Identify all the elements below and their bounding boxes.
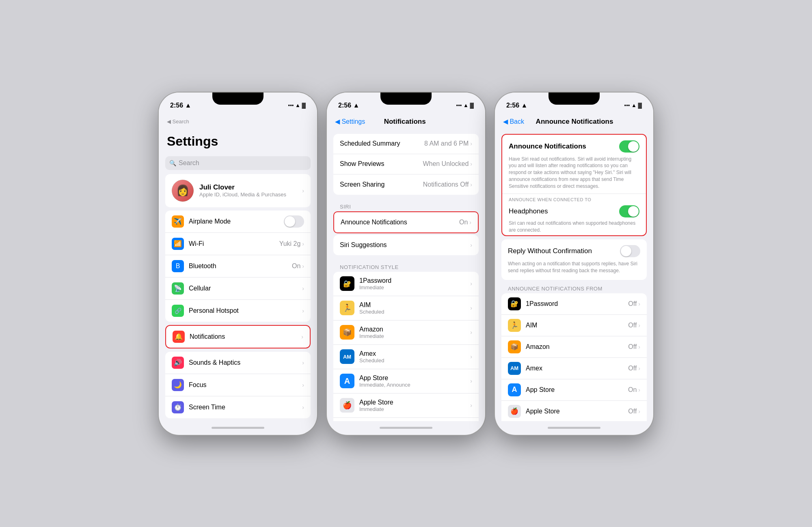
amazon-chevron: ›: [470, 329, 472, 336]
cellular-chevron: ›: [302, 285, 304, 292]
amex-chevron: ›: [470, 353, 472, 360]
notif-top-group: Scheduled Summary 8 AM and 6 PM › Show P…: [333, 134, 479, 195]
notif-style-header: NOTIFICATION STYLE: [327, 258, 485, 272]
from-row-1password[interactable]: 🔐 1Password Off ›: [501, 293, 647, 315]
row-hotspot[interactable]: 🔗 Personal Hotspot ›: [165, 300, 311, 322]
from-row-appstore[interactable]: A App Store On ›: [501, 379, 647, 401]
row-wifi[interactable]: 📶 Wi-Fi Yuki 2g ›: [165, 233, 311, 255]
scheduled-summary-value: 8 AM and 6 PM: [424, 140, 469, 147]
row-cellular[interactable]: 📡 Cellular ›: [165, 277, 311, 300]
row-show-previews[interactable]: Show Previews When Unlocked ›: [333, 154, 479, 174]
wifi-value: Yuki 2g: [279, 240, 300, 247]
notch-2: [380, 92, 432, 105]
row-focus[interactable]: 🌙 Focus ›: [165, 374, 311, 396]
applestore-chevron: ›: [470, 402, 472, 409]
nav-bar-3: ◀ Back Announce Notifications: [495, 113, 653, 131]
from-row-applestore[interactable]: 🍎 Apple Store Off ›: [501, 401, 647, 421]
nav-back-3[interactable]: ◀ Back: [503, 118, 524, 125]
sounds-icon: 🔊: [172, 357, 184, 369]
notifications-highlighted-group: 🔔 Notifications ›: [165, 325, 311, 348]
row-sounds[interactable]: 🔊 Sounds & Haptics ›: [165, 352, 311, 374]
home-bar-1: [212, 427, 264, 429]
home-indicator-2: [327, 421, 485, 435]
announce-main-toggle[interactable]: [619, 140, 639, 153]
from-1password-label: 1Password: [526, 300, 623, 308]
announce-notif-value: On: [459, 219, 468, 226]
from-1password-right: Off ›: [628, 300, 640, 308]
row-siri-suggestions[interactable]: Siri Suggestions ›: [333, 235, 479, 255]
nav-back-2[interactable]: ◀ Settings: [335, 118, 365, 125]
phone-settings: 2:56 ▲ ▪▪▪ ▲ ▓ ◀ Search Settings 🔍 Searc…: [159, 92, 317, 435]
row-bluetooth[interactable]: B Bluetooth On ›: [165, 255, 311, 277]
amazon-icon: 📦: [340, 325, 354, 340]
headphones-row: Headphones: [509, 205, 639, 217]
scroll-area-3[interactable]: Announce Notifications Have Siri read ou…: [495, 131, 653, 421]
screentime-icon: ⏱️: [172, 401, 184, 413]
notif-row-aim[interactable]: 🏃 AIM Scheduled ›: [333, 296, 479, 321]
notif-row-appletvkb[interactable]: ⌨️ Apple TV Keyboard Immediate ›: [333, 418, 479, 421]
nav-title-2: Notifications: [384, 118, 426, 126]
focus-icon: 🌙: [172, 379, 184, 391]
from-applestore-icon: 🍎: [508, 405, 521, 418]
show-previews-label: Show Previews: [340, 160, 418, 168]
home-bar-2: [380, 427, 432, 429]
screen-sharing-chevron: ›: [470, 181, 472, 188]
status-time-1: 2:56 ▲: [170, 102, 191, 109]
row-announce-notif[interactable]: Announce Notifications On ›: [334, 212, 478, 232]
notif-row-1password[interactable]: 🔐 1Password Immediate ›: [333, 272, 479, 296]
applestore-sub: Immediate: [359, 406, 465, 412]
from-appstore-chevron: ›: [638, 387, 640, 393]
reply-desc: When acting on a notification that suppo…: [508, 260, 640, 274]
sounds-chevron: ›: [302, 359, 304, 366]
avatar: 👩: [172, 180, 194, 202]
announce-desc: Have Siri read out notifications. Siri w…: [509, 156, 639, 190]
from-row-amazon[interactable]: 📦 Amazon Off ›: [501, 336, 647, 358]
notif-row-amex[interactable]: AM Amex Scheduled ›: [333, 345, 479, 369]
notif-row-amazon[interactable]: 📦 Amazon Immediate ›: [333, 321, 479, 345]
announce-notif-right: On ›: [459, 219, 471, 226]
applestore-icon: 🍎: [340, 398, 354, 413]
announce-notif-chevron: ›: [469, 219, 471, 226]
show-previews-value: When Unlocked: [423, 160, 469, 168]
scroll-area-1[interactable]: Settings 🔍 Search 👩 Juli Clover Apple ID…: [159, 131, 317, 421]
from-amazon-icon: 📦: [508, 340, 521, 353]
notif-row-appstore[interactable]: A App Store Immediate, Announce ›: [333, 369, 479, 394]
from-appstore-icon: A: [508, 383, 521, 396]
siri-suggestions-label: Siri Suggestions: [340, 241, 465, 249]
from-amazon-chevron: ›: [638, 344, 640, 350]
search-bar-1[interactable]: 🔍 Search: [165, 156, 311, 170]
reply-section: Reply Without Confirmation When acting o…: [501, 239, 647, 280]
from-row-amex[interactable]: AM Amex Off ›: [501, 358, 647, 379]
from-applestore-value: Off: [628, 408, 637, 415]
screen-sharing-right: Notifications Off ›: [423, 181, 472, 188]
headphones-toggle[interactable]: [619, 205, 639, 217]
status-time-2: 2:56 ▲: [338, 102, 359, 109]
profile-row[interactable]: 👩 Juli Clover Apple ID, iCloud, Media & …: [165, 174, 311, 207]
search-back-1: ◀ Search: [167, 118, 189, 125]
home-indicator-3: [495, 421, 653, 435]
row-screentime[interactable]: ⏱️ Screen Time ›: [165, 396, 311, 418]
from-row-aim[interactable]: 🏃 AIM Off ›: [501, 315, 647, 336]
announce-title: Announce Notifications: [509, 142, 586, 151]
wifi-right: Yuki 2g ›: [279, 240, 304, 247]
row-scheduled-summary[interactable]: Scheduled Summary 8 AM and 6 PM ›: [333, 134, 479, 154]
airplane-toggle[interactable]: [284, 215, 304, 228]
group-sound-focus: 🔊 Sounds & Haptics › 🌙 Focus › ⏱️ Screen…: [165, 352, 311, 418]
aim-name: AIM: [359, 301, 465, 309]
notif-row-applestore[interactable]: 🍎 Apple Store Immediate ›: [333, 394, 479, 418]
screen-sharing-value: Notifications Off: [423, 181, 469, 188]
applestore-name: Apple Store: [359, 399, 465, 406]
amex-name: Amex: [359, 350, 465, 357]
applestore-info: Apple Store Immediate: [359, 399, 465, 412]
screen-sharing-label: Screen Sharing: [340, 181, 418, 188]
amazon-sub: Immediate: [359, 333, 465, 339]
reply-toggle[interactable]: [620, 245, 640, 257]
amex-sub: Scheduled: [359, 357, 465, 364]
scroll-area-2[interactable]: Scheduled Summary 8 AM and 6 PM › Show P…: [327, 131, 485, 421]
row-screen-sharing[interactable]: Screen Sharing Notifications Off ›: [333, 174, 479, 195]
nav-title-3: Announce Notifications: [536, 118, 613, 126]
row-airplane[interactable]: ✈️ Airplane Mode: [165, 211, 311, 233]
from-appstore-value: On: [628, 386, 637, 394]
row-notifications[interactable]: 🔔 Notifications ›: [166, 326, 310, 348]
group-connectivity: ✈️ Airplane Mode 📶 Wi-Fi Yuki 2g › B Blu…: [165, 211, 311, 322]
